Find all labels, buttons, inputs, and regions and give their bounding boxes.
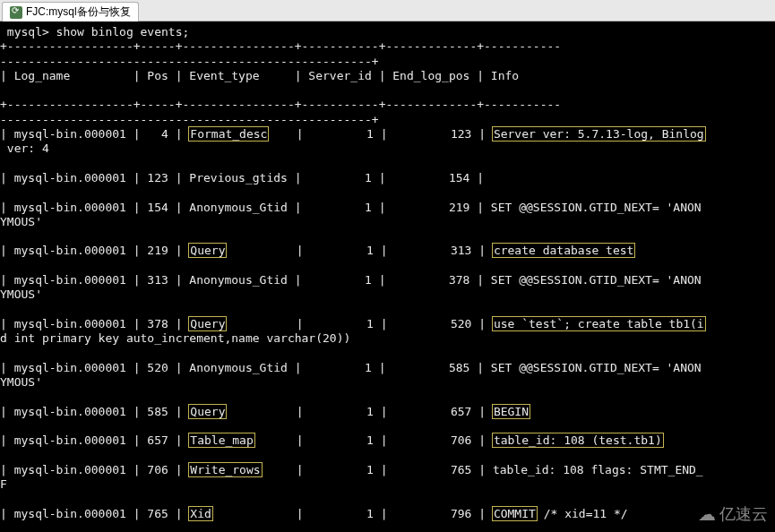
terminal-output[interactable]: mysql> show binlog events; +------------… bbox=[0, 21, 775, 532]
cloud-icon: ☁ bbox=[698, 503, 716, 525]
tab-bar: FJC:mysql备份与恢复 bbox=[0, 0, 775, 21]
tab-mysql-backup[interactable]: FJC:mysql备份与恢复 bbox=[2, 2, 139, 21]
tab-title: FJC:mysql备份与恢复 bbox=[26, 4, 131, 20]
watermark: ☁ 亿速云 bbox=[698, 503, 768, 525]
terminal-icon bbox=[10, 6, 22, 19]
watermark-text: 亿速云 bbox=[719, 503, 768, 525]
